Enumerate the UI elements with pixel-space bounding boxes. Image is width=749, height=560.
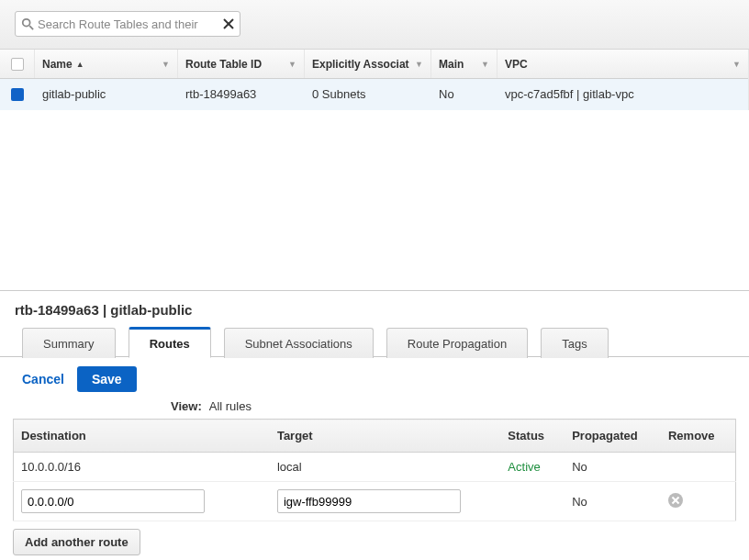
route-remove-edit-cell <box>661 482 736 521</box>
route-status: Active <box>500 453 565 482</box>
detail-title: rtb-18499a63 | gitlab-public <box>0 291 749 327</box>
route-row-static: 10.0.0.0/16 local Active No <box>14 453 736 482</box>
sort-asc-icon: ▲ <box>76 60 84 69</box>
view-label: View: <box>171 399 202 413</box>
row-assoc: 0 Subnets <box>305 87 431 101</box>
svg-point-0 <box>23 19 30 27</box>
chevron-down-icon[interactable]: ▼ <box>732 60 741 69</box>
route-row-edit: No <box>14 482 736 521</box>
header-route-table-id[interactable]: Route Table ID ▼ <box>178 50 305 78</box>
row-checkbox-selected[interactable] <box>11 88 24 101</box>
routes-header-propagated: Propagated <box>565 420 661 453</box>
header-rtid-label: Route Table ID <box>185 58 262 71</box>
header-explicitly-associated[interactable]: Explicitly Associat ▼ <box>305 50 431 78</box>
chevron-down-icon[interactable]: ▼ <box>415 60 423 69</box>
route-tables-list: Name ▲ ▼ Route Table ID ▼ Explicitly Ass… <box>0 50 749 110</box>
svg-line-1 <box>29 26 33 29</box>
add-another-route-button[interactable]: Add another route <box>13 529 140 555</box>
table-header-row: Name ▲ ▼ Route Table ID ▼ Explicitly Ass… <box>0 50 748 79</box>
routes-header-status: Status <box>500 420 565 453</box>
route-destination-edit-cell <box>14 482 270 521</box>
route-destination: 10.0.0.0/16 <box>14 453 270 482</box>
header-checkbox[interactable] <box>11 58 24 71</box>
routes-header-row: Destination Target Status Propagated Rem… <box>14 420 736 453</box>
row-checkbox-cell[interactable] <box>0 88 35 101</box>
routes-table-wrap: Destination Target Status Propagated Rem… <box>0 419 749 521</box>
row-rtid: rtb-18499a63 <box>178 87 305 101</box>
header-main[interactable]: Main ▼ <box>431 50 497 78</box>
row-main: No <box>431 87 497 101</box>
cancel-button[interactable]: Cancel <box>22 372 64 386</box>
header-name-label: Name <box>42 58 73 71</box>
view-value[interactable]: All rules <box>209 399 252 413</box>
header-vpc[interactable]: VPC ▼ <box>497 50 748 78</box>
tab-tags[interactable]: Tags <box>541 328 608 358</box>
header-name[interactable]: Name ▲ ▼ <box>35 50 178 78</box>
route-target: local <box>270 453 500 482</box>
header-checkbox-cell[interactable] <box>0 50 35 78</box>
header-vpc-label: VPC <box>505 58 528 71</box>
routes-header-destination: Destination <box>14 420 270 453</box>
route-remove-cell <box>661 453 736 482</box>
row-vpc: vpc-c7ad5fbf | gitlab-vpc <box>497 87 748 101</box>
tab-subnet-associations[interactable]: Subnet Associations <box>224 328 374 358</box>
row-name: gitlab-public <box>35 87 178 101</box>
routes-table: Destination Target Status Propagated Rem… <box>13 419 736 521</box>
table-row[interactable]: gitlab-public rtb-18499a63 0 Subnets No … <box>0 79 748 110</box>
route-propagated-edit: No <box>565 482 661 521</box>
route-destination-input[interactable] <box>21 489 205 513</box>
route-propagated: No <box>565 453 661 482</box>
remove-route-icon[interactable] <box>668 493 683 508</box>
chevron-down-icon[interactable]: ▼ <box>288 60 296 69</box>
routes-header-target: Target <box>270 420 500 453</box>
view-filter: View: All rules <box>119 396 303 419</box>
search-box[interactable] <box>15 11 240 37</box>
chevron-down-icon[interactable]: ▼ <box>162 60 170 69</box>
tab-row: Summary Routes Subnet Associations Route… <box>0 327 749 357</box>
save-button[interactable]: Save <box>77 366 137 392</box>
search-icon <box>21 17 34 30</box>
chevron-down-icon[interactable]: ▼ <box>481 60 489 69</box>
routes-header-remove: Remove <box>661 420 736 453</box>
action-row: Cancel Save <box>0 357 749 396</box>
route-target-input[interactable] <box>277 489 461 513</box>
detail-panel: rtb-18499a63 | gitlab-public Summary Rou… <box>0 290 749 555</box>
search-input[interactable] <box>34 17 221 31</box>
clear-icon[interactable] <box>223 18 234 29</box>
search-bar <box>0 0 749 50</box>
header-assoc-label: Explicitly Associat <box>312 58 409 71</box>
tab-route-propagation[interactable]: Route Propagation <box>386 328 528 358</box>
tab-routes[interactable]: Routes <box>129 327 211 358</box>
header-main-label: Main <box>439 58 464 71</box>
tab-summary[interactable]: Summary <box>22 328 116 358</box>
route-status-edit <box>500 482 565 521</box>
route-target-edit-cell <box>270 482 500 521</box>
